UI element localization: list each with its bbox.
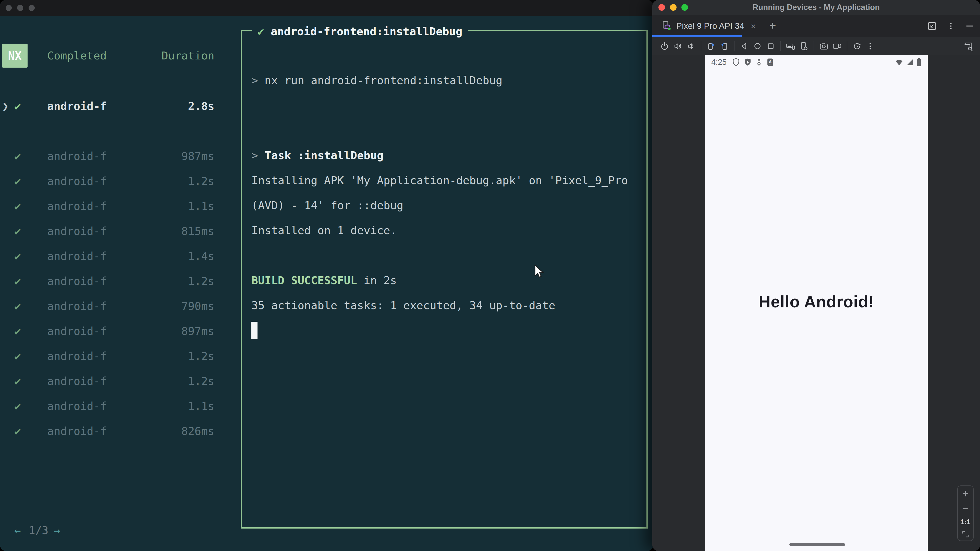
back-button[interactable] [738,40,751,53]
task-name: android-f [47,194,107,219]
home-button[interactable] [751,40,764,53]
play-protect-icon [744,58,752,67]
next-page-arrow[interactable]: → [54,518,60,543]
hardware-input-button[interactable] [784,40,797,53]
device-settings-button[interactable] [797,40,811,53]
task-dur: 1.2s [188,344,215,368]
hide-toolwindow-button[interactable] [965,21,975,31]
personal-safety-icon [756,58,762,67]
terminal-line [251,318,639,343]
android-home-icon [752,41,762,51]
navigation-handle[interactable] [789,543,845,546]
zoom-window-button[interactable] [29,5,35,11]
terminal-line [251,243,639,268]
task-output-panel: ✔ android-frontend:installDebug > nx run… [241,30,648,529]
task-name: android-f [47,144,107,168]
macos-titlebar: Running Devices - My Application [652,0,980,15]
tab-pixel-9-pro[interactable]: Pixel 9 Pro API 34 × [652,15,756,37]
task-row[interactable]: ✔android-f897ms [0,319,241,344]
terminal-text: 35 actionable tasks: 1 executed, 34 up-t… [251,299,555,312]
task-check: ✔ [14,294,21,319]
overview-button[interactable] [764,40,777,53]
terminal-text: BUILD SUCCESSFUL [251,274,357,287]
task-row[interactable]: ✔android-f1.1s [0,194,241,219]
battery-icon [916,58,921,67]
toolwindow-controls [927,15,975,37]
video-camera-icon [832,41,842,51]
task-dur: 1.2s [188,268,215,294]
wifi-icon [895,58,903,66]
task-row[interactable]: ✔android-f1.2s [0,368,241,394]
task-row[interactable]: ❯✔android-f2.8s [0,94,241,119]
task-list-panel: NX Completed Duration ❯✔android-f2.8s✔an… [0,16,241,551]
completed-column-header: Completed [47,43,107,68]
task-row[interactable]: ✔android-f987ms [0,144,241,168]
task-check: ✔ [14,319,21,344]
volume-up-button[interactable] [671,40,684,53]
toolbar-separator [734,41,735,51]
task-check: ✔ [14,244,21,268]
task-row[interactable]: ✔android-f1.2s [0,168,241,194]
rotate-left-button[interactable] [704,40,718,53]
task-row[interactable]: ✔android-f815ms [0,219,241,244]
previous-page-arrow[interactable]: ← [14,518,21,543]
terminal-line [251,118,639,143]
window-title: Running Devices - My Application [752,3,880,12]
zoom-in-button[interactable]: + [962,488,969,499]
minimize-window-button[interactable] [17,5,23,11]
minimize-window-button[interactable] [670,4,676,11]
android-back-icon [739,41,749,51]
task-dur: 815ms [181,219,215,244]
terminal-output: > nx run android-frontend:installDebug> … [251,68,639,343]
power-button[interactable] [658,40,671,53]
task-dur: 790ms [181,294,215,319]
toolbar-separator [701,41,701,51]
terminal-line: BUILD SUCCESSFUL in 2s [251,268,639,293]
terminal-text: Installing APK 'My Application-debug.apk… [251,174,628,187]
device-screen[interactable]: 4:25 A [705,55,928,551]
fit-to-window-icon [961,530,970,538]
window-zoom-button[interactable] [962,40,975,53]
task-name: android-f [47,368,107,394]
actual-size-button[interactable]: 1:1 [960,518,970,526]
camera-icon [819,41,829,51]
emulator-display-area: 4:25 A [652,55,980,551]
task-row[interactable]: ✔android-f1.1s [0,394,241,419]
zoom-window-button[interactable] [681,4,688,11]
task-row[interactable]: ✔android-f790ms [0,294,241,319]
duration-column-header: Duration [162,43,215,68]
close-window-button[interactable] [6,5,12,11]
keyboard-mouse-icon [786,41,796,51]
task-row[interactable]: ✔android-f1.4s [0,244,241,268]
task-row[interactable]: ✔android-f1.2s [0,268,241,294]
task-rows: ❯✔android-f2.8s✔android-f987ms✔android-f… [0,94,241,444]
fit-to-window-button[interactable] [961,530,970,538]
zoom-out-button[interactable]: − [962,503,969,514]
task-check: ✔ [14,344,21,368]
task-name: android-f [47,419,107,444]
page-indicator: 1/3 [29,518,48,543]
rotate-right-button[interactable] [718,40,731,53]
task-list-header: NX Completed Duration [0,43,241,68]
screenshot-button[interactable] [817,40,830,53]
task-dur: 1.1s [188,194,215,219]
task-check: ✔ [14,219,21,244]
cellular-signal-icon [906,58,914,66]
task-row[interactable]: ✔android-f1.2s [0,344,241,368]
dock-window-button[interactable] [927,21,937,31]
pagination: ← 1/3 → [0,518,241,543]
volume-down-button[interactable] [684,40,698,53]
tab-close-icon[interactable]: × [751,21,756,31]
snapshots-button[interactable] [850,40,864,53]
more-options-button[interactable] [946,21,956,30]
task-check: ✔ [14,168,21,194]
task-dur: 2.8s [188,94,215,119]
close-window-button[interactable] [659,4,665,11]
task-name: android-f [47,168,107,194]
task-row[interactable]: ✔android-f826ms [0,419,241,444]
task-dur: 897ms [181,319,215,344]
new-tab-button[interactable]: + [769,15,776,37]
more-toolbar-button[interactable] [864,40,877,53]
terminal-text: > [251,149,265,162]
screen-record-button[interactable] [830,40,844,53]
